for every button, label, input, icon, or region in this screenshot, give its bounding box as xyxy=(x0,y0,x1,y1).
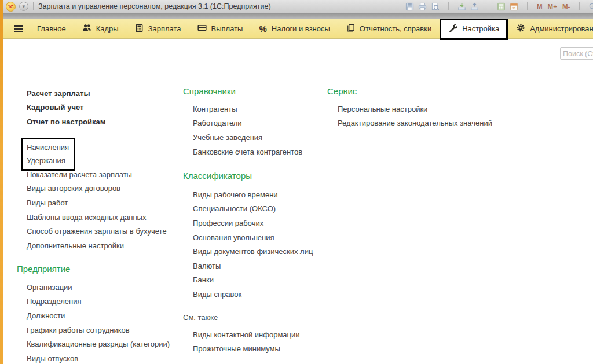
enterprise-links-group: ОрганизацииПодразделенияДолжностиГрафики… xyxy=(27,280,170,364)
tab-label: Кадры xyxy=(96,24,119,33)
nav-link[interactable]: Виды работ xyxy=(27,196,68,210)
classifiers-section-header: Классификаторы xyxy=(183,171,252,181)
calculator-tool-icon[interactable] xyxy=(497,2,506,11)
documents-icon xyxy=(346,24,355,34)
attach-in-icon[interactable] xyxy=(457,2,466,11)
tab-otchetnost[interactable]: Отчетность, справки xyxy=(338,19,440,39)
nav-link[interactable]: Виды справок xyxy=(193,287,241,302)
service-links-group: Персональные настройкиРедактирование зак… xyxy=(338,102,492,130)
gear-icon xyxy=(516,23,525,34)
save-icon[interactable] xyxy=(405,2,414,11)
nav-link[interactable]: Начисления xyxy=(25,141,71,154)
section-nav: Главное Кадры Зарплата Выплаты % Налоги … xyxy=(3,19,593,39)
nav-link[interactable]: Профессии рабочих xyxy=(193,216,263,230)
titlebar-shadow-strip xyxy=(0,13,593,19)
tab-kadry[interactable]: Кадры xyxy=(74,19,127,39)
nav-link[interactable]: Расчет зарплаты xyxy=(27,86,90,101)
nav-link[interactable]: Подразделения xyxy=(27,295,82,309)
highlight-box: НачисленияУдержания xyxy=(21,138,75,171)
attach-out-icon[interactable] xyxy=(470,2,479,11)
tab-nalogi[interactable]: % Налоги и взносы xyxy=(251,19,338,39)
people-icon xyxy=(82,23,91,34)
nav-link[interactable]: Шаблоны ввода исходных данных xyxy=(27,210,146,225)
section-title: См. также xyxy=(183,313,218,322)
tab-label: Отчетность, справки xyxy=(360,24,431,33)
nav-link[interactable]: Удержания xyxy=(25,154,67,167)
app-window: { "colors": { "accent_green": "#2aa14e",… xyxy=(0,0,593,364)
nav-link[interactable]: Виды авторских договоров xyxy=(27,182,120,196)
nav-link[interactable]: Банки xyxy=(193,273,214,288)
tab-label: Налоги и взносы xyxy=(272,24,330,33)
tab-label: Настройка xyxy=(462,24,499,33)
search-input[interactable] xyxy=(560,47,593,60)
tab-vyplaty[interactable]: Выплаты xyxy=(189,19,251,39)
hamburger-icon xyxy=(14,25,23,27)
nav-link[interactable]: Банковские счета контрагентов xyxy=(193,145,302,159)
nav-link[interactable]: Работодатели xyxy=(193,116,242,131)
nav-link[interactable]: Основания увольнения xyxy=(193,230,274,245)
calendar-icon[interactable]: 31 xyxy=(510,2,518,11)
window-edge-stripe xyxy=(0,0,3,364)
percent-icon: % xyxy=(259,24,266,33)
tab-glavnoe[interactable]: Главное xyxy=(29,19,74,39)
nav-link[interactable]: Учебные заведения xyxy=(193,130,262,145)
nav-link[interactable]: Должности xyxy=(27,308,65,323)
left-links-group: Показатели расчета зарплатыВиды авторски… xyxy=(27,167,167,253)
nav-link[interactable]: Квалификационные разряды (категории) xyxy=(27,337,170,351)
nav-link[interactable]: Способ отражения зарплаты в бухучете xyxy=(27,224,167,238)
calculator-icon xyxy=(135,24,144,34)
nav-link[interactable]: Валюты xyxy=(193,259,221,273)
tab-zarplata[interactable]: Зарплата xyxy=(127,19,189,39)
nav-link[interactable]: Дополнительные настройки xyxy=(27,238,124,253)
nav-link[interactable]: Виды отпусков xyxy=(27,351,78,364)
service-section-header: Сервис xyxy=(327,86,357,96)
nav-link[interactable]: Прожиточные минимумы xyxy=(193,342,280,356)
directories-section-header: Справочники xyxy=(183,86,236,96)
toolbar-divider xyxy=(579,2,580,10)
see-also-links-group: Виды контактной информацииПрожиточные ми… xyxy=(193,328,300,356)
directories-links-group: КонтрагентыРаботодателиУчебные заведения… xyxy=(193,102,302,159)
nav-link[interactable]: Виды документов физических лиц xyxy=(193,244,313,259)
classifiers-links-group: Виды рабочего времениСпециальности (ОКСО… xyxy=(193,187,313,302)
section-title: Предприятие xyxy=(17,264,70,274)
print-icon[interactable] xyxy=(418,2,427,11)
toolbar-divider xyxy=(448,2,449,10)
enterprise-section-header: Предприятие xyxy=(17,264,70,274)
tab-label: Зарплата xyxy=(148,24,181,33)
section-title: Сервис xyxy=(327,86,357,96)
memory-m-minus-button[interactable]: M- xyxy=(562,3,570,10)
toolbar-divider xyxy=(488,2,488,10)
tab-administrirovanie[interactable]: Администрирование xyxy=(508,19,593,39)
nav-link[interactable]: Организации xyxy=(27,280,72,295)
nav-link[interactable]: Специальности (ОКСО) xyxy=(193,202,276,216)
nav-link[interactable]: Показатели расчета зарплаты xyxy=(27,167,132,182)
nav-link[interactable]: Графики работы сотрудников xyxy=(27,323,130,337)
tab-label: Главное xyxy=(37,24,66,33)
nav-link[interactable]: Отчет по настройкам xyxy=(27,115,105,129)
tab-label: Выплаты xyxy=(211,24,243,33)
system-menu-button[interactable]: ▼ xyxy=(19,2,28,11)
window-title: Зарплата и управление персоналом, редакц… xyxy=(38,2,271,10)
payment-card-icon xyxy=(197,23,207,34)
section-title: Справочники xyxy=(183,86,236,96)
nav-link[interactable]: Виды контактной информации xyxy=(193,328,300,342)
titlebar-divider xyxy=(33,2,34,10)
memory-m-plus-button[interactable]: M+ xyxy=(547,3,558,10)
tab-nastroyka[interactable]: Настройка xyxy=(440,18,508,40)
main-menu-button[interactable] xyxy=(9,25,29,32)
zoom-icon[interactable] xyxy=(588,2,593,11)
nav-link[interactable]: Редактирование законодательных значений xyxy=(338,116,492,131)
section-title: Классификаторы xyxy=(183,171,252,181)
titlebar-toolbar: 31 M M+ M- Сави xyxy=(405,0,593,13)
toolbar-divider xyxy=(527,2,528,10)
nav-link[interactable]: Персональные настройки xyxy=(338,102,427,116)
nav-link[interactable]: Кадровый учет xyxy=(27,101,83,115)
tab-label: Администрирование xyxy=(530,24,593,33)
wrench-icon xyxy=(448,23,457,34)
svg-text:31: 31 xyxy=(512,5,516,9)
nav-link[interactable]: Виды рабочего времени xyxy=(193,187,278,202)
print-preview-icon[interactable] xyxy=(431,2,440,11)
nav-link[interactable]: Контрагенты xyxy=(193,102,237,116)
memory-m-button[interactable]: M xyxy=(536,3,543,10)
left-featured-group: Расчет зарплатыКадровый учетОтчет по нас… xyxy=(27,86,105,129)
